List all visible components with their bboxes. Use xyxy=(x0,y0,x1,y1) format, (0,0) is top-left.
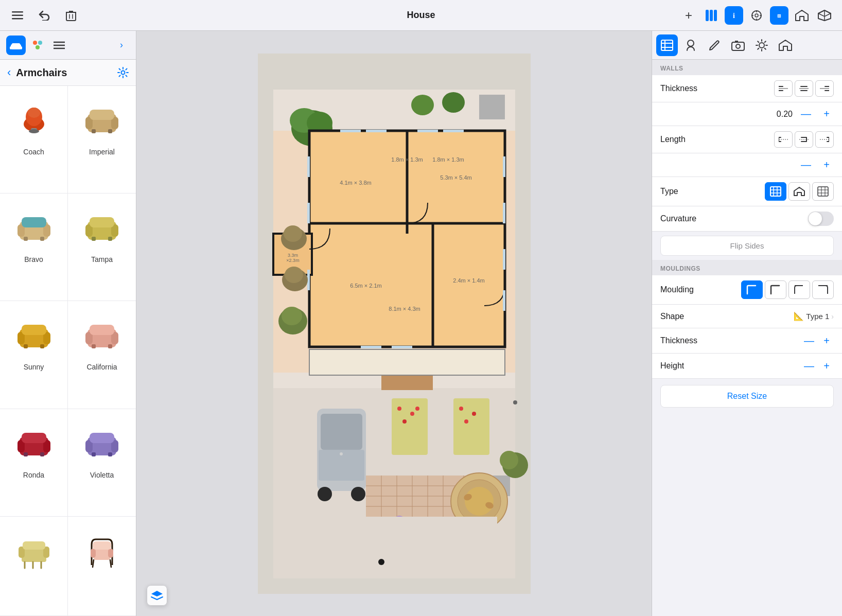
view3d-house-button[interactable] xyxy=(793,6,811,25)
list-item[interactable]: California xyxy=(68,301,136,409)
align-left-button[interactable] xyxy=(774,80,793,97)
view2d-button[interactable]: ⊞ xyxy=(770,6,788,25)
menu-button[interactable] xyxy=(8,6,27,25)
item-image-california xyxy=(76,308,128,360)
svg-point-140 xyxy=(340,452,343,455)
svg-point-148 xyxy=(472,412,476,416)
thickness-decrease-button[interactable]: — xyxy=(799,107,813,121)
walls-section-header: WALLS xyxy=(652,60,842,75)
item-label-violetta: Violetta xyxy=(90,471,114,479)
list-item[interactable]: Coach xyxy=(0,86,68,193)
panel-tab-camera[interactable] xyxy=(727,34,749,56)
moulding-thickness-decrease-button[interactable]: — xyxy=(802,333,816,348)
list-item[interactable]: Imperial xyxy=(68,86,136,193)
list-item[interactable]: Ronda xyxy=(0,409,68,517)
info-button[interactable]: i xyxy=(725,6,743,25)
moulding-type1-button[interactable] xyxy=(741,280,763,299)
type-grid-button[interactable] xyxy=(812,182,834,201)
length-label: Length xyxy=(660,135,774,144)
target-button[interactable] xyxy=(747,6,766,25)
list-item[interactable]: Violetta xyxy=(68,409,136,517)
library-button[interactable] xyxy=(702,6,721,25)
back-button[interactable]: ‹ xyxy=(7,66,11,79)
delete-button[interactable] xyxy=(62,6,80,25)
svg-rect-70 xyxy=(24,452,28,456)
thickness-increase-button[interactable]: + xyxy=(819,107,834,121)
alignment-group xyxy=(774,80,834,97)
moulding-height-decrease-button[interactable]: — xyxy=(802,359,816,373)
length-decrease-button[interactable]: — xyxy=(799,158,813,172)
list-item[interactable]: Sunny xyxy=(0,301,68,409)
moulding-height-row: Height — + xyxy=(652,354,842,379)
item-image-sunny xyxy=(8,308,60,360)
add-button[interactable]: + xyxy=(679,6,698,25)
type-house-button[interactable] xyxy=(788,182,810,201)
sidebar-tab-furniture[interactable] xyxy=(6,36,26,55)
length-center-button[interactable] xyxy=(795,131,813,148)
list-item[interactable]: Tampa xyxy=(68,193,136,301)
moulding-type2-button[interactable] xyxy=(765,280,786,299)
svg-rect-142 xyxy=(453,398,489,455)
moulding-type3-button[interactable] xyxy=(788,280,810,299)
sidebar-tab-list[interactable] xyxy=(49,36,69,55)
settings-button[interactable] xyxy=(117,67,129,78)
sidebar-expand-button[interactable]: › xyxy=(113,37,130,54)
item-label-coach: Coach xyxy=(23,148,44,156)
svg-rect-2 xyxy=(12,18,23,20)
svg-rect-75 xyxy=(90,433,114,443)
svg-rect-22 xyxy=(20,46,22,49)
list-item[interactable] xyxy=(0,517,68,616)
list-item[interactable]: Bravo xyxy=(0,193,68,301)
align-center-button[interactable] xyxy=(795,80,813,97)
svg-point-185 xyxy=(688,40,694,46)
panel-tab-sun[interactable] xyxy=(751,34,773,56)
thickness-value-row: 0.20 — + xyxy=(652,102,842,126)
panel-tab-exterior[interactable] xyxy=(775,34,796,56)
moulding-label: Moulding xyxy=(660,285,741,294)
type-wall-button[interactable] xyxy=(765,182,786,201)
canvas-area[interactable]: 4.1m × 3.8m 5.3m × 5.4m 1.8m × 1.3m 1.8m… xyxy=(136,31,652,616)
length-right-button[interactable] xyxy=(815,131,834,148)
svg-rect-47 xyxy=(40,237,44,241)
svg-point-147 xyxy=(459,407,463,411)
reset-size-button[interactable]: Reset Size xyxy=(660,385,834,408)
length-increase-button[interactable]: + xyxy=(819,158,834,172)
list-item[interactable] xyxy=(68,517,136,616)
sidebar-tab-style[interactable] xyxy=(28,36,47,55)
svg-rect-209 xyxy=(770,187,781,196)
undo-button[interactable] xyxy=(35,6,54,25)
length-left-button[interactable] xyxy=(774,131,793,148)
item-label-sunny: Sunny xyxy=(24,363,44,371)
length-controls xyxy=(774,131,834,148)
svg-line-89 xyxy=(93,560,94,567)
panel-tab-paint[interactable] xyxy=(704,34,725,56)
item-image-tampa xyxy=(76,201,128,252)
curvature-toggle[interactable] xyxy=(808,212,834,226)
moulding-row: Moulding xyxy=(652,275,842,305)
moulding-thickness-increase-button[interactable]: + xyxy=(819,333,834,348)
svg-rect-116 xyxy=(366,130,387,132)
align-right-button[interactable] xyxy=(815,80,834,97)
moulding-type4-button[interactable] xyxy=(812,280,834,299)
svg-point-133 xyxy=(282,307,302,325)
moulding-height-increase-button[interactable]: + xyxy=(819,359,834,373)
moulding-thickness-row: Thickness — + xyxy=(652,328,842,354)
svg-point-143 xyxy=(397,407,401,411)
shape-value[interactable]: 📐 Type 1 › xyxy=(794,311,834,321)
layers-button[interactable] xyxy=(147,585,167,606)
panel-tab-objects[interactable] xyxy=(680,34,701,56)
svg-line-194 xyxy=(765,48,766,49)
svg-point-129 xyxy=(284,225,302,242)
item-image-violetta xyxy=(76,416,128,468)
viewiso-button[interactable] xyxy=(815,6,834,25)
svg-text:4.1m × 3.8m: 4.1m × 3.8m xyxy=(340,180,371,186)
item-label-ronda: Ronda xyxy=(23,471,44,479)
moulding-button-group xyxy=(741,280,834,299)
flip-sides-button[interactable]: Flip Sides xyxy=(660,236,834,256)
svg-rect-100 xyxy=(479,95,505,119)
svg-rect-41 xyxy=(108,129,112,133)
svg-rect-118 xyxy=(443,130,464,132)
panel-tab-walls[interactable] xyxy=(656,34,678,56)
svg-text:1.8m × 1.3m: 1.8m × 1.3m xyxy=(391,156,423,163)
svg-rect-214 xyxy=(818,187,828,196)
